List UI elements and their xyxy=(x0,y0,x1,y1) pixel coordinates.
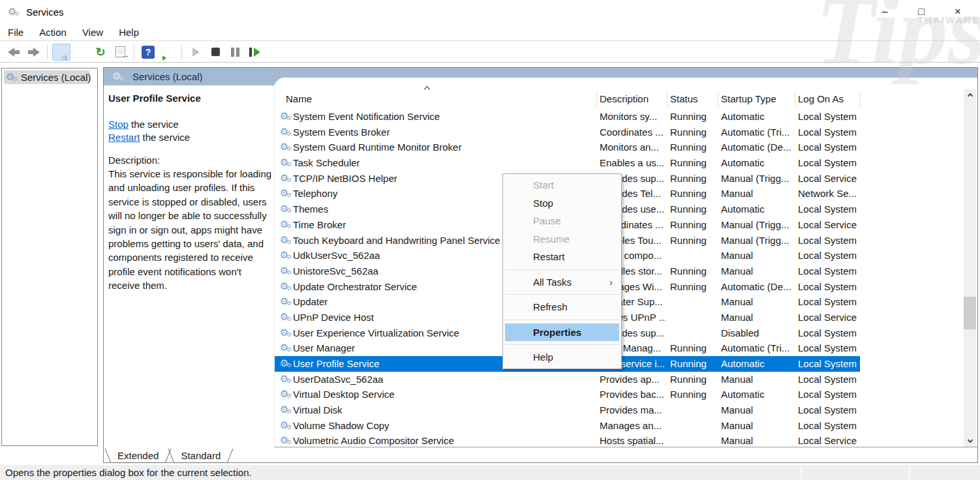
service-name: Volume Shadow Copy xyxy=(293,418,594,434)
service-startup-type: Automatic xyxy=(721,202,794,217)
submenu-arrow-icon: › xyxy=(609,273,613,292)
service-status: Running xyxy=(670,125,718,140)
menu-file[interactable]: File xyxy=(8,27,23,38)
header-separator xyxy=(596,91,597,107)
menu-item-all-tasks[interactable]: All Tasks› xyxy=(503,273,621,292)
service-name: System Guard Runtime Monitor Broker xyxy=(293,140,594,155)
stop-service-button[interactable] xyxy=(206,44,224,61)
scrollbar-thumb[interactable] xyxy=(964,297,976,329)
stop-service-link[interactable]: Stop xyxy=(108,119,129,130)
service-row[interactable]: Virtual DiskProvides ma...ManualLocal Sy… xyxy=(275,402,860,418)
service-row[interactable]: Task SchedulerEnables a us...RunningAuto… xyxy=(275,155,860,171)
services-icon xyxy=(112,71,124,82)
service-row[interactable]: System Guard Runtime Monitor BrokerMonit… xyxy=(275,140,860,155)
service-log-on-as: Local System xyxy=(798,279,860,295)
menu-item-properties[interactable]: Properties xyxy=(505,323,619,342)
table-header: NameDescriptionStatusStartup TypeLog On … xyxy=(275,89,977,109)
service-log-on-as: Network Se... xyxy=(798,186,860,202)
scroll-down-button[interactable] xyxy=(964,436,976,447)
menu-item-refresh[interactable]: Refresh xyxy=(503,298,621,316)
column-header-log-on-as[interactable]: Log On As xyxy=(798,89,844,109)
service-actions: Stop the serviceRestart the service xyxy=(108,118,275,144)
column-header-name[interactable]: Name xyxy=(286,89,312,109)
show-action-pane-button[interactable] xyxy=(159,44,177,61)
service-row[interactable]: Volumetric Audio Compositor ServiceHosts… xyxy=(275,433,860,447)
service-status: Running xyxy=(670,109,718,125)
service-row[interactable]: System Event Notification ServiceMonitor… xyxy=(275,109,860,125)
service-log-on-as: Local System xyxy=(798,372,860,387)
service-row[interactable]: UserDataSvc_562aaProvides ap...RunningMa… xyxy=(275,372,860,387)
help-button[interactable] xyxy=(139,44,157,61)
service-startup-type: Manual xyxy=(721,248,794,263)
menu-item-stop[interactable]: Stop xyxy=(503,194,621,213)
service-log-on-as: Local System xyxy=(798,109,860,125)
forward-button[interactable] xyxy=(24,44,42,61)
service-status: Running xyxy=(670,387,718,402)
restart-service-link[interactable]: Restart xyxy=(108,132,140,143)
service-gear-icon xyxy=(280,435,292,446)
service-row[interactable]: Volume Shadow CopyManages an...ManualLoc… xyxy=(275,418,860,434)
service-gear-icon xyxy=(280,342,292,353)
service-row[interactable]: Virtual Desktop ServiceProvides bac...Ru… xyxy=(275,387,860,402)
back-button[interactable] xyxy=(5,44,23,61)
service-startup-type: Automatic (De... xyxy=(721,279,794,295)
service-log-on-as: Local System xyxy=(798,140,860,155)
service-log-on-as: Local System xyxy=(798,402,860,418)
menu-item-restart[interactable]: Restart xyxy=(503,248,621,266)
column-header-startup-type[interactable]: Startup Type xyxy=(721,89,776,109)
minimize-button[interactable]: – xyxy=(866,0,903,23)
service-log-on-as: Local Service xyxy=(798,310,860,325)
tab-extended[interactable]: Extended xyxy=(106,449,170,463)
window-controls: – □ × xyxy=(866,0,976,23)
menu-help[interactable]: Help xyxy=(119,27,139,38)
menu-view[interactable]: View xyxy=(82,27,103,38)
header-separator xyxy=(795,91,795,107)
status-bar: Opens the properties dialog box for the … xyxy=(0,465,980,480)
service-startup-type: Automatic (De... xyxy=(721,140,794,155)
properties-window-button[interactable] xyxy=(72,44,90,61)
service-name: System Event Notification Service xyxy=(293,109,594,125)
export-list-icon xyxy=(115,46,125,57)
service-row[interactable]: System Events BrokerCoordinates ...Runni… xyxy=(275,125,860,140)
service-description: Coordinates ... xyxy=(600,125,666,140)
tab-standard[interactable]: Standard xyxy=(170,449,232,463)
service-gear-icon xyxy=(280,250,292,261)
service-startup-type: Manual (Trigg... xyxy=(721,233,794,248)
service-startup-type: Manual xyxy=(721,310,794,325)
service-status: Running xyxy=(670,356,718,372)
pause-service-icon xyxy=(231,48,239,57)
column-header-status[interactable]: Status xyxy=(670,89,698,109)
export-list-button[interactable] xyxy=(111,44,129,61)
panel-header-title: Services (Local) xyxy=(132,71,203,82)
refresh-button[interactable] xyxy=(91,44,110,61)
service-log-on-as: Local Service xyxy=(798,217,860,233)
services-app-icon xyxy=(8,7,20,18)
service-name: System Events Broker xyxy=(293,125,594,140)
maximize-button[interactable]: □ xyxy=(903,0,940,23)
service-startup-type: Automatic (Tri... xyxy=(721,125,794,140)
status-text: Opens the properties dialog box for the … xyxy=(5,467,252,478)
column-header-description[interactable]: Description xyxy=(600,89,649,109)
service-startup-type: Automatic xyxy=(721,387,794,402)
show-console-tree-button[interactable] xyxy=(52,44,70,61)
vertical-scrollbar[interactable] xyxy=(964,89,976,447)
menu-item-help[interactable]: Help xyxy=(503,348,621,367)
menu-action[interactable]: Action xyxy=(39,27,67,38)
console-tree-panel: Services (Local) xyxy=(1,68,98,446)
action-suffix: the service xyxy=(140,132,190,143)
service-description: This service is responsible for loading … xyxy=(108,167,273,293)
start-service-button[interactable] xyxy=(187,44,205,61)
tree-item-services-local[interactable]: Services (Local) xyxy=(4,70,89,84)
pause-service-button[interactable] xyxy=(226,44,244,61)
service-name: Virtual Desktop Service xyxy=(293,387,594,402)
help-icon xyxy=(142,46,155,59)
close-button[interactable]: × xyxy=(940,0,976,23)
service-gear-icon xyxy=(280,281,292,292)
service-gear-icon xyxy=(280,127,292,138)
statusbar-divider xyxy=(801,466,802,479)
context-menu: StartStopPauseResumeRestartAll Tasks›Ref… xyxy=(502,173,622,369)
scroll-up-button[interactable] xyxy=(964,89,976,100)
restart-service-button[interactable] xyxy=(245,44,264,61)
service-log-on-as: Local System xyxy=(798,202,860,217)
service-gear-icon xyxy=(280,157,292,168)
